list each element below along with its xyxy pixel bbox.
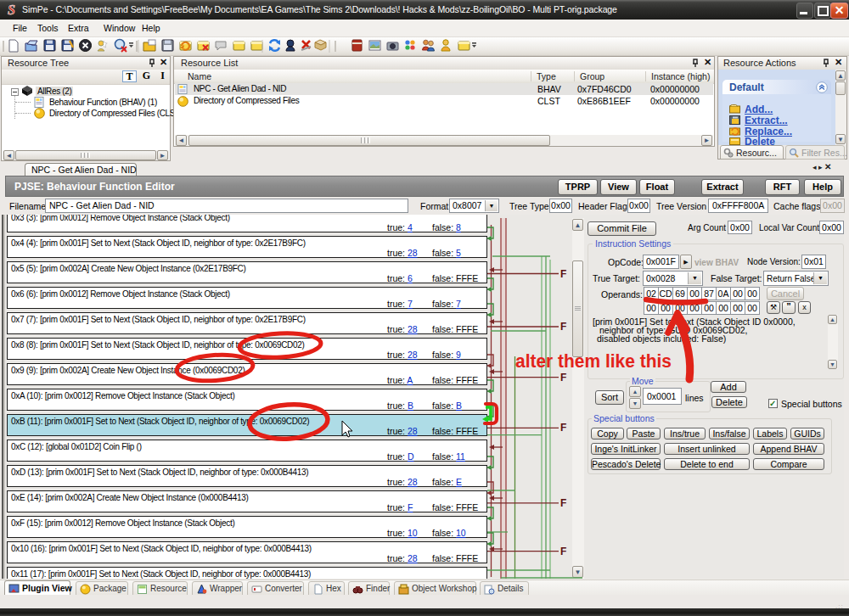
- svg-text:F: F: [560, 268, 566, 280]
- svg-text:F: F: [560, 546, 566, 557]
- svg-text:alter them like this: alter them like this: [515, 350, 672, 372]
- svg-text:F: F: [560, 422, 566, 434]
- svg-text:S: S: [8, 3, 15, 17]
- svg-text:F: F: [560, 372, 566, 384]
- svg-text:F: F: [560, 497, 566, 509]
- svg-text:F: F: [560, 321, 566, 333]
